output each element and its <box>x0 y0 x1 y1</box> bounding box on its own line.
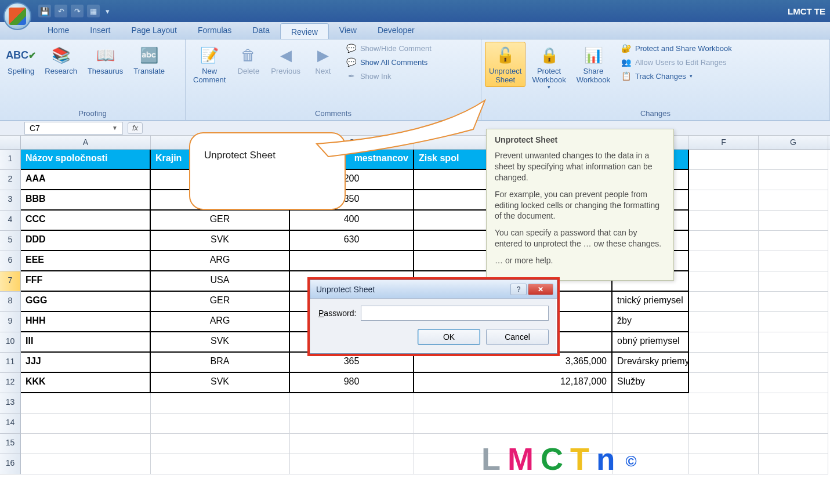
tab-home[interactable]: Home <box>37 22 79 39</box>
data-cell[interactable]: 400 <box>290 211 414 231</box>
row-header-12[interactable]: 12 <box>0 373 21 393</box>
save-icon[interactable]: 💾 <box>38 5 51 17</box>
data-cell[interactable]: FFF <box>21 271 151 292</box>
data-cell[interactable] <box>290 251 414 271</box>
tab-review[interactable]: Review <box>280 23 329 39</box>
data-cell[interactable]: DDD <box>21 231 151 251</box>
row-header-6[interactable]: 6 <box>0 251 21 271</box>
empty-cell[interactable] <box>612 393 689 414</box>
empty-cell[interactable] <box>612 414 689 434</box>
col-header-f[interactable]: F <box>689 136 759 149</box>
empty-cell[interactable] <box>689 190 759 211</box>
data-cell[interactable]: SVK <box>151 332 290 353</box>
empty-cell[interactable] <box>151 393 290 414</box>
row-header-2[interactable]: 2 <box>0 170 21 190</box>
empty-cell[interactable] <box>689 170 759 190</box>
data-cell[interactable]: 12,187,000 <box>414 373 612 393</box>
share-workbook-button[interactable]: 📊Share Workbook <box>572 42 614 87</box>
name-box[interactable]: C7▼ <box>24 122 123 135</box>
previous-comment-button[interactable]: ◀Previous <box>267 42 305 78</box>
empty-cell[interactable] <box>689 393 759 414</box>
row-header-3[interactable]: 3 <box>0 190 21 211</box>
data-cell[interactable]: HHH <box>21 312 151 332</box>
empty-cell[interactable] <box>759 292 828 312</box>
row-header-14[interactable]: 14 <box>0 414 21 434</box>
delete-comment-button[interactable]: 🗑Delete <box>232 42 264 78</box>
password-input[interactable] <box>361 306 549 321</box>
track-changes-button[interactable]: 📋Track Changes ▾ <box>619 70 734 82</box>
empty-cell[interactable] <box>290 434 414 454</box>
tab-formulas[interactable]: Formulas <box>187 22 242 39</box>
data-cell[interactable]: CCC <box>21 211 151 231</box>
empty-cell[interactable] <box>759 150 828 170</box>
empty-cell[interactable] <box>689 373 759 393</box>
row-header-7[interactable]: 7 <box>0 271 21 292</box>
data-cell[interactable]: GER <box>151 211 290 231</box>
data-cell[interactable]: ARG <box>151 312 290 332</box>
empty-cell[interactable] <box>21 414 151 434</box>
tab-insert[interactable]: Insert <box>79 22 121 39</box>
row-header-4[interactable]: 4 <box>0 211 21 231</box>
empty-cell[interactable] <box>759 373 828 393</box>
row-header-15[interactable]: 15 <box>0 434 21 454</box>
next-comment-button[interactable]: ▶Next <box>307 42 339 78</box>
thesaurus-button[interactable]: 📖Thesaurus <box>84 42 127 78</box>
empty-cell[interactable] <box>689 312 759 332</box>
qat-extra-icon[interactable]: ▦ <box>87 5 100 17</box>
data-cell[interactable]: III <box>21 332 151 353</box>
empty-cell[interactable] <box>759 251 828 271</box>
dialog-titlebar[interactable]: Unprotect Sheet ? ✕ <box>310 280 557 299</box>
select-all-corner[interactable] <box>0 136 21 149</box>
data-cell[interactable]: obný priemysel <box>612 332 689 353</box>
empty-cell[interactable] <box>689 150 759 170</box>
data-cell[interactable]: BBB <box>21 190 151 211</box>
empty-cell[interactable] <box>21 434 151 454</box>
empty-cell[interactable] <box>689 332 759 353</box>
ok-button[interactable]: OK <box>418 329 480 345</box>
show-hide-comment-button[interactable]: 💬Show/Hide Comment <box>344 42 434 55</box>
empty-cell[interactable] <box>689 434 759 454</box>
unprotect-sheet-button[interactable]: 🔓Unprotect Sheet <box>485 42 525 87</box>
tab-data[interactable]: Data <box>242 22 280 39</box>
empty-cell[interactable] <box>151 414 290 434</box>
data-cell[interactable]: EEE <box>21 251 151 271</box>
empty-cell[interactable] <box>151 434 290 454</box>
allow-edit-ranges-button[interactable]: 👥Allow Users to Edit Ranges <box>619 56 734 68</box>
empty-cell[interactable] <box>759 231 828 251</box>
row-header-8[interactable]: 8 <box>0 292 21 312</box>
data-cell[interactable]: JJJ <box>21 353 151 373</box>
row-header-1[interactable]: 1 <box>0 150 21 170</box>
data-cell[interactable]: SVK <box>151 231 290 251</box>
close-button[interactable]: ✕ <box>528 284 553 295</box>
data-cell[interactable]: SVK <box>151 373 290 393</box>
empty-cell[interactable] <box>414 393 612 414</box>
tab-developer[interactable]: Developer <box>367 22 425 39</box>
name-box-dropdown-icon[interactable]: ▼ <box>112 125 118 131</box>
empty-cell[interactable] <box>689 271 759 292</box>
empty-cell[interactable] <box>759 211 828 231</box>
data-cell[interactable]: USA <box>151 271 290 292</box>
row-header-11[interactable]: 11 <box>0 353 21 373</box>
empty-cell[interactable] <box>759 170 828 190</box>
help-button[interactable]: ? <box>510 284 527 295</box>
empty-cell[interactable] <box>759 353 828 373</box>
data-cell[interactable]: GGG <box>21 292 151 312</box>
row-header-10[interactable]: 10 <box>0 332 21 353</box>
empty-cell[interactable] <box>689 231 759 251</box>
header-cell[interactable]: Názov spoločnosti <box>21 150 151 170</box>
col-header-a[interactable]: A <box>21 136 151 149</box>
empty-cell[interactable] <box>290 414 414 434</box>
empty-cell[interactable] <box>759 271 828 292</box>
redo-icon[interactable]: ↷ <box>71 5 84 17</box>
data-cell[interactable]: 980 <box>290 373 414 393</box>
protect-share-workbook-button[interactable]: 🔐Protect and Share Workbook <box>619 42 734 55</box>
research-button[interactable]: 📚Research <box>41 42 81 78</box>
show-all-comments-button[interactable]: 💬Show All Comments <box>344 56 434 68</box>
empty-cell[interactable] <box>759 393 828 414</box>
row-header-5[interactable]: 5 <box>0 231 21 251</box>
qat-customize-icon[interactable]: ▾ <box>103 5 111 17</box>
empty-cell[interactable] <box>689 211 759 231</box>
data-cell[interactable]: Služby <box>612 373 689 393</box>
empty-cell[interactable] <box>759 190 828 211</box>
empty-cell[interactable] <box>21 393 151 414</box>
